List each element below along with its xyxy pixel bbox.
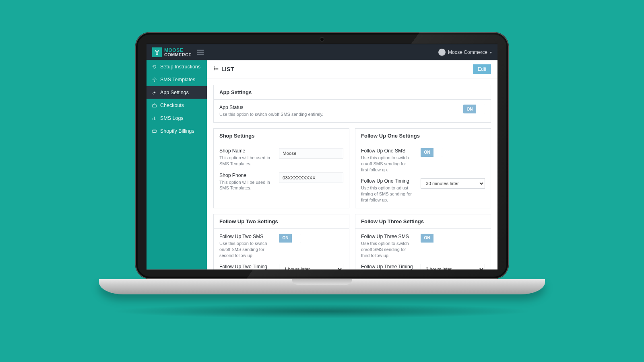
shop-name-input[interactable] (279, 148, 343, 158)
f1-timing-desc: Use this option to adjust timing of SMS … (361, 185, 413, 203)
list-icon (213, 66, 219, 73)
sidebar-item-app-settings[interactable]: App Settings (147, 86, 207, 99)
app-status-desc: Use this option to switch on/off SMS sen… (219, 111, 456, 117)
f2-sms-label: Follow Up Two SMS (219, 234, 272, 239)
f2-sms-desc: Use this option to switch on/off SMS sen… (219, 241, 272, 259)
shop-name-label: Shop Name (219, 148, 272, 154)
app-status-toggle[interactable]: ON (463, 105, 485, 113)
f1-sms-desc: Use this option to switch on/off SMS sen… (361, 155, 413, 173)
card-shop-settings: Shop Settings Shop Name This option will… (213, 128, 349, 208)
f1-sms-toggle[interactable]: ON (421, 148, 442, 157)
card-title: Follow Up Three Settings (355, 214, 491, 229)
sidebar-item-label: SMS Templates (160, 77, 195, 82)
f2-timing-label: Follow Up Two Timing (219, 264, 272, 269)
f1-timing-select[interactable]: 30 minutes later (421, 178, 485, 189)
svg-point-4 (214, 67, 215, 67)
brand-logo-icon (152, 47, 162, 57)
shop-phone-label: Shop Phone (219, 172, 272, 178)
svg-point-1 (153, 79, 155, 80)
card-title: Follow Up Two Settings (214, 214, 349, 229)
page-title: LIST (221, 66, 234, 72)
pin-icon (151, 64, 157, 69)
card-followup-two: Follow Up Two Settings Follow Up Two SMS… (213, 214, 349, 269)
card-followup-one: Follow Up One Settings Follow Up One SMS… (355, 128, 491, 208)
briefcase-icon (151, 103, 157, 108)
topbar: MOOSE COMMERCE Moose Commerce ▾ (147, 44, 497, 60)
f3-timing-select[interactable]: 2 hours later (421, 264, 485, 269)
f3-sms-toggle[interactable]: ON (421, 234, 442, 243)
shop-phone-input[interactable] (279, 172, 343, 183)
sidebar-item-sms-templates[interactable]: SMS Templates (147, 73, 207, 86)
card-app-settings: App Settings App Status Use this option … (213, 85, 491, 123)
sidebar-item-shopify-billings[interactable]: Shopify Billings (147, 125, 207, 138)
brand-line1: MOOSE (164, 47, 192, 52)
shop-phone-desc: This option will be used in SMS Template… (219, 179, 272, 191)
sidebar-item-label: Shopify Billings (160, 128, 194, 134)
sidebar-item-label: App Settings (160, 90, 189, 95)
gear-icon (151, 77, 157, 82)
brand-line2: COMMERCE (164, 52, 192, 57)
card-title: Follow Up One Settings (355, 129, 491, 143)
shop-name-desc: This option will be used in SMS Template… (219, 155, 272, 167)
app-status-label: App Status (219, 105, 456, 110)
sidebar-item-checkouts[interactable]: Checkouts (147, 99, 207, 112)
f2-sms-toggle[interactable]: ON (279, 234, 301, 243)
main-area: LIST Edit App Settings App Status (207, 60, 497, 269)
page-header: LIST Edit (207, 60, 497, 78)
hamburger-menu-icon[interactable] (197, 50, 204, 55)
f3-timing-label: Follow Up Three Timing (361, 264, 413, 269)
card-followup-three: Follow Up Three Settings Follow Up Three… (355, 214, 491, 269)
f1-sms-label: Follow Up One SMS (361, 148, 413, 154)
chevron-down-icon: ▾ (490, 50, 492, 54)
wrench-icon (151, 90, 157, 95)
sidebar-item-label: SMS Logs (160, 115, 184, 121)
user-name: Moose Commerce (448, 49, 487, 55)
user-menu[interactable]: Moose Commerce ▾ (438, 49, 492, 56)
card-title: App Settings (214, 85, 491, 100)
svg-rect-3 (152, 130, 156, 133)
sidebar-item-label: Checkouts (160, 103, 184, 108)
sidebar-item-sms-logs[interactable]: SMS Logs (147, 112, 207, 125)
brand: MOOSE COMMERCE (152, 47, 192, 57)
card-title: Shop Settings (214, 129, 349, 143)
edit-button[interactable]: Edit (473, 64, 491, 74)
avatar-icon (438, 49, 446, 56)
sidebar-item-setup[interactable]: Setup Instructions (147, 60, 207, 73)
sidebar: Setup Instructions SMS Templates App Set… (147, 60, 207, 269)
card-icon (151, 128, 157, 134)
svg-point-6 (214, 70, 215, 70)
f3-sms-desc: Use this option to switch on/off SMS sen… (361, 241, 413, 259)
f2-timing-select[interactable]: 1 hours later (279, 264, 343, 269)
svg-point-5 (214, 68, 215, 68)
f1-timing-label: Follow Up One Timing (361, 178, 413, 184)
bars-icon (151, 115, 157, 121)
sidebar-item-label: Setup Instructions (160, 64, 200, 70)
svg-point-0 (153, 65, 155, 67)
f3-sms-label: Follow Up Three SMS (361, 234, 413, 239)
svg-rect-2 (152, 105, 156, 107)
